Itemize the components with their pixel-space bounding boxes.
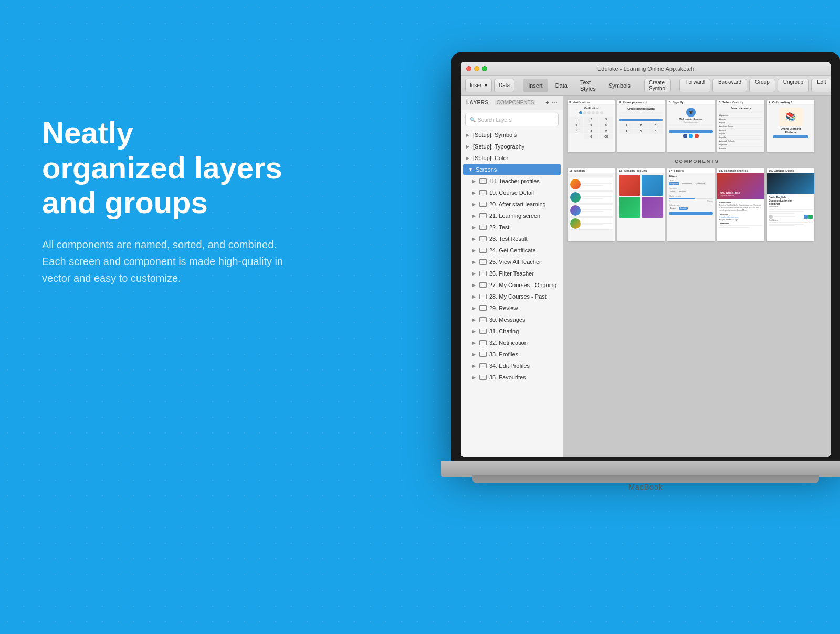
sidebar-item-32[interactable]: ▶ 32. Notification: [461, 337, 563, 348]
sidebar-item-25[interactable]: ▶ 25. View All Teacher: [461, 256, 563, 268]
sidebar-item-28[interactable]: ▶ 28. My Courses - Past: [461, 291, 563, 302]
num-3[interactable]: 3: [599, 117, 613, 122]
screen-verification[interactable]: 3. Verification Verification: [568, 100, 615, 152]
filter-advanced[interactable]: Advanced: [695, 182, 706, 185]
add-layer-btn[interactable]: +: [545, 99, 549, 107]
layer-options-btn[interactable]: ⋯: [551, 99, 558, 107]
traffic-light-green[interactable]: [482, 66, 487, 71]
traffic-light-yellow[interactable]: [474, 66, 479, 71]
onboarding-btn[interactable]: [773, 135, 808, 138]
filter-sub2[interactable]: English: [679, 207, 688, 210]
traffic-light-red[interactable]: [466, 66, 471, 71]
sidebar-item-typography[interactable]: ▶ [Setup]: Typography: [461, 141, 563, 152]
country-7[interactable]: Anguilla: [719, 136, 763, 140]
search-result-4[interactable]: [569, 217, 613, 230]
sidebar-item-30[interactable]: ▶ 30. Messages: [461, 314, 563, 325]
sidebar-item-screens[interactable]: ▼ Screens: [463, 164, 561, 175]
filter-short[interactable]: Short: [669, 190, 676, 193]
rp-button[interactable]: [620, 119, 663, 121]
country-4[interactable]: American Samoa: [719, 125, 763, 129]
social-fb[interactable]: [683, 134, 687, 138]
screen-reset-password[interactable]: 4. Reset password Create new password 1: [617, 100, 665, 152]
components-label[interactable]: COMPONENTS: [495, 100, 536, 105]
search-result-2[interactable]: [569, 191, 613, 204]
search-result-1[interactable]: [569, 178, 613, 191]
create-symbol-btn[interactable]: Create Symbol: [644, 79, 671, 92]
sidebar-item-20[interactable]: ▶ 20. After start learning: [461, 198, 563, 210]
country-2[interactable]: Albania: [719, 118, 763, 121]
screen-search[interactable]: 15. Search: [568, 168, 615, 241]
screen-filters[interactable]: 17. Filters Filters Level Beginner Inter…: [667, 168, 715, 241]
num-5[interactable]: 5: [584, 122, 598, 128]
filter-sub1[interactable]: Design: [669, 207, 678, 210]
sidebar-item-31[interactable]: ▶ 31. Chating: [461, 325, 563, 337]
search-bar[interactable]: [569, 175, 613, 177]
data-tab[interactable]: Data: [550, 79, 573, 92]
backward-btn[interactable]: Backward: [712, 79, 747, 92]
filter-medium[interactable]: Medium: [677, 190, 687, 193]
country-9[interactable]: Argentina: [719, 143, 763, 147]
course-action-2[interactable]: [808, 215, 813, 219]
search-result-3[interactable]: [569, 204, 613, 217]
group-btn[interactable]: Group: [749, 79, 775, 92]
sidebar-item-symbols[interactable]: ▶ [Setup]: Symbols: [461, 129, 563, 141]
filter-beginner[interactable]: Beginner: [669, 182, 679, 185]
sidebar-items[interactable]: ▶ [Setup]: Symbols ▶ [Setup]: Typography…: [461, 129, 563, 457]
sidebar-item-35[interactable]: ▶ 35. Favourites: [461, 372, 563, 383]
num-7[interactable]: 7: [569, 128, 583, 133]
num-9[interactable]: 9: [599, 128, 613, 133]
social-gg[interactable]: [695, 134, 699, 138]
social-tw[interactable]: [689, 134, 693, 138]
insert-tab[interactable]: Insert: [523, 79, 548, 92]
num-8[interactable]: 8: [584, 128, 598, 133]
country-1[interactable]: Afghanistan: [719, 114, 763, 118]
text-styles-tab[interactable]: Text Styles: [575, 79, 601, 92]
ungroup-btn[interactable]: Ungroup: [778, 79, 809, 92]
country-8[interactable]: Antigua & Barbuda: [719, 140, 763, 143]
screen-course-detail[interactable]: 19. Course Detail Basic EnglishCommunica…: [767, 168, 814, 241]
data-btn[interactable]: Data: [494, 79, 514, 92]
sidebar-item-29[interactable]: ▶ 29. Review: [461, 302, 563, 314]
num-del[interactable]: ⌫: [599, 134, 613, 139]
screen-country[interactable]: 6. Select Courity Select a country Afgha…: [717, 100, 764, 152]
filter-intermediate[interactable]: Intermediate: [680, 182, 694, 185]
country-5[interactable]: Andorra: [719, 129, 763, 132]
sidebar-item-18[interactable]: ▶ 18. Teacher profiles: [461, 175, 563, 187]
num-6[interactable]: 6: [599, 122, 613, 128]
forward-btn[interactable]: Forward: [679, 79, 710, 92]
sidebar-item-21[interactable]: ▶ 21. Learning screen: [461, 210, 563, 221]
symbols-tab[interactable]: Symbols: [603, 79, 636, 92]
num-4[interactable]: 4: [569, 122, 583, 128]
num-0[interactable]: 0: [584, 134, 598, 139]
sidebar-item-33[interactable]: ▶ 33. Profiles: [461, 348, 563, 360]
screen-search-results[interactable]: 16. Search Results: [617, 168, 665, 241]
sidebar-item-19[interactable]: ▶ 19. Course Detail: [461, 187, 563, 198]
screen-onboarding[interactable]: 7. Onboarding 1 📚 Online LearningPlatfor…: [767, 100, 814, 152]
screen-signup[interactable]: 5. Sign Up 🎓 Welcome to Edulake Sign in …: [667, 100, 715, 152]
country-3[interactable]: Algeria: [719, 121, 763, 125]
layer-search[interactable]: 🔍 Search Layers: [465, 113, 559, 126]
country-search[interactable]: [719, 111, 763, 113]
filter-slider-labels: 0 30 hours: [669, 200, 713, 203]
sidebar-item-23[interactable]: ▶ 23. Test Result: [461, 233, 563, 245]
sidebar-item-24[interactable]: ▶ 24. Get Certificate: [461, 245, 563, 256]
filter-slider[interactable]: [669, 198, 713, 199]
sidebar-item-color[interactable]: ▶ [Setup]: Color: [461, 152, 563, 164]
insert-btn[interactable]: Insert ▾: [465, 79, 492, 92]
filter-apply-btn[interactable]: [669, 212, 713, 215]
country-6[interactable]: Angola: [719, 132, 763, 136]
sidebar-item-26[interactable]: ▶ 26. Filter Teacher: [461, 268, 563, 279]
screen-teacher-profile[interactable]: 18. Teacher profiles Mrs. Nellie Rose En…: [717, 168, 764, 241]
course-action-1[interactable]: [804, 215, 808, 219]
sidebar-item-34[interactable]: ▶ 34. Edit Profiles: [461, 360, 563, 372]
signup-pass[interactable]: [669, 128, 713, 130]
screen-icon: [479, 236, 487, 241]
signup-email[interactable]: [669, 124, 713, 126]
num-1[interactable]: 1: [569, 117, 583, 122]
edit-btn[interactable]: Edit: [811, 79, 831, 92]
num-2[interactable]: 2: [584, 117, 598, 122]
country-10[interactable]: Armenia: [719, 147, 763, 150]
signup-btn[interactable]: [669, 130, 713, 133]
sidebar-item-22[interactable]: ▶ 22. Test: [461, 221, 563, 233]
sidebar-item-27[interactable]: ▶ 27. My Courses - Ongoing: [461, 279, 563, 291]
